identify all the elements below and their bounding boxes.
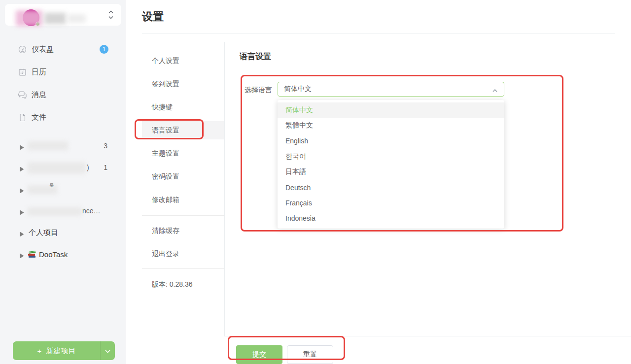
sidebar: 仪表盘 1 日历 消息 文件 3: [0, 0, 126, 364]
sidebar-item-dashboard[interactable]: 仪表盘 1: [0, 42, 126, 56]
message-icon: [18, 91, 27, 99]
sidebar-item-files[interactable]: 文件: [0, 110, 126, 124]
expand-triangle-icon[interactable]: [20, 187, 24, 192]
new-project-label: 新建项目: [46, 346, 75, 356]
menu-item-clear-cache[interactable]: 清除缓存: [142, 219, 224, 242]
dropdown-option-german[interactable]: Deutsch: [278, 180, 504, 195]
expand-triangle-icon[interactable]: [20, 208, 24, 214]
project-count: 3: [96, 142, 107, 150]
sidebar-item-label: 日历: [32, 67, 46, 77]
project-count: 1: [96, 164, 107, 171]
project-row-dootask[interactable]: DooTask: [0, 247, 126, 261]
expand-triangle-icon[interactable]: [20, 252, 24, 257]
menu-item-shortcuts[interactable]: 快捷键: [142, 96, 224, 119]
reset-button[interactable]: 重置: [287, 345, 333, 364]
menu-divider: [142, 268, 224, 269]
notification-badge: 1: [100, 45, 108, 54]
project-row-blurred-3[interactable]: 못: [0, 182, 126, 196]
submit-button[interactable]: 提交: [236, 345, 282, 364]
dropdown-option-japanese[interactable]: 日本語: [278, 165, 504, 180]
project-row-blurred-4[interactable]: nce…: [0, 204, 126, 218]
dropdown-option-zh-cn[interactable]: 简体中文: [278, 102, 504, 118]
project-name: 个人项目: [29, 228, 58, 237]
project-name: DooTask: [39, 250, 68, 259]
blurred-user-name-2: [67, 14, 86, 23]
menu-item-password-settings[interactable]: 密码设置: [142, 165, 224, 188]
dropdown-option-indonesian[interactable]: Indonesia: [278, 211, 504, 226]
calendar-icon: [18, 68, 27, 76]
language-select-value: 简体中文: [284, 85, 312, 94]
menu-item-theme-settings[interactable]: 主题设置: [142, 142, 224, 165]
menu-divider: [142, 215, 224, 216]
sidebar-item-calendar[interactable]: 日历: [0, 65, 126, 79]
title-divider: [142, 33, 615, 33]
version-label: 版本: 0.28.36: [152, 280, 193, 289]
sidebar-item-messages[interactable]: 消息: [0, 88, 126, 101]
blurred-project-name: [28, 162, 86, 174]
chevron-up-icon: [492, 87, 498, 93]
menu-item-logout[interactable]: 退出登录: [142, 242, 224, 265]
blurred-project-name: [28, 141, 68, 150]
project-name-fragment: 못: [49, 182, 54, 189]
file-icon: [18, 113, 27, 122]
blurred-avatar-overlay: [16, 10, 42, 26]
page-title: 设置: [142, 9, 164, 24]
menu-item-personal-settings[interactable]: 个人设置: [142, 49, 224, 72]
menu-item-checkin-settings[interactable]: 签到设置: [142, 72, 224, 96]
chevron-down-icon: [105, 347, 110, 355]
dropdown-option-zh-tw[interactable]: 繁體中文: [278, 118, 504, 133]
dropdown-option-french[interactable]: Français: [278, 195, 504, 210]
menu-item-language-settings[interactable]: 语言设置: [142, 119, 224, 142]
blurred-user-name: [44, 13, 66, 24]
project-row-personal[interactable]: 个人项目: [0, 226, 126, 239]
project-row-blurred-1[interactable]: 3: [0, 139, 126, 153]
new-project-dropdown-button[interactable]: [100, 341, 115, 360]
books-icon: [28, 250, 36, 260]
sidebar-item-label: 仪表盘: [32, 45, 54, 54]
select-language-label: 选择语言: [245, 86, 272, 95]
project-name-fragment: nce…: [82, 207, 101, 215]
language-select[interactable]: 简体中文: [278, 82, 504, 97]
app-window: 仪表盘 1 日历 消息 文件 3: [0, 0, 631, 364]
menu-item-change-email[interactable]: 修改邮箱: [142, 188, 224, 211]
project-name-fragment: ): [87, 164, 89, 171]
user-card[interactable]: [5, 4, 121, 26]
menu-content-divider: [224, 42, 225, 336]
chevron-up-down-icon[interactable]: [107, 10, 114, 19]
blurred-project-name: [28, 207, 82, 216]
expand-triangle-icon[interactable]: [20, 165, 24, 170]
new-project-button[interactable]: + 新建项目: [13, 341, 100, 360]
project-row-blurred-2[interactable]: ) 1: [0, 161, 126, 174]
sidebar-item-label: 文件: [32, 113, 46, 122]
dashboard-icon: [18, 45, 27, 54]
dropdown-option-korean[interactable]: 한국어: [278, 149, 504, 164]
language-dropdown-panel: 简体中文 繁體中文 English 한국어 日本語 Deutsch França…: [278, 100, 504, 229]
footer-divider: [224, 336, 631, 336]
dropdown-option-english[interactable]: English: [278, 133, 504, 149]
expand-triangle-icon[interactable]: [20, 143, 24, 149]
new-project-button-group: + 新建项目: [13, 341, 115, 360]
sidebar-item-label: 消息: [32, 90, 46, 99]
section-heading: 语言设置: [240, 52, 271, 62]
expand-triangle-icon[interactable]: [20, 230, 24, 235]
plus-icon: +: [37, 347, 42, 355]
